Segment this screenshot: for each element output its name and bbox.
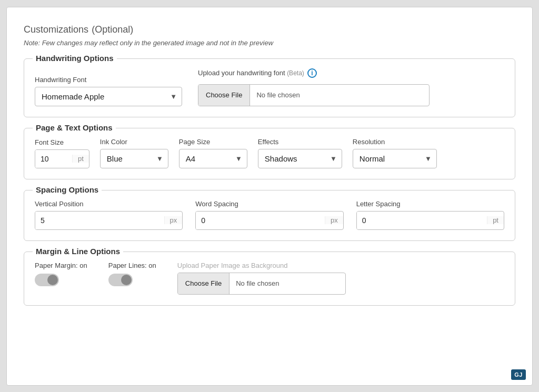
page-size-group: Page Size A4 A5 Letter Legal ▼ <box>179 138 247 168</box>
paper-lines-group: Paper Lines: on <box>108 262 156 286</box>
effects-label: Effects <box>258 138 342 146</box>
page-text-row: Font Size pt Ink Color Blue Black Red Gr… <box>35 138 504 168</box>
font-field-group: Handwriting Font Homemade Apple Dancing … <box>35 76 182 106</box>
word-spacing-unit: px <box>325 216 343 224</box>
page-text-section: Page & Text Options Font Size pt Ink Col… <box>24 128 515 179</box>
font-select[interactable]: Homemade Apple Dancing Script Pacifico C… <box>35 87 182 106</box>
effects-group: Effects None Shadows Blur Ink ▼ <box>258 138 342 168</box>
spacing-section-title: Spacing Options <box>33 185 102 194</box>
font-select-wrapper: Homemade Apple Dancing Script Pacifico C… <box>35 87 182 106</box>
margin-section-title: Margin & Line Options <box>33 247 123 256</box>
spacing-section: Spacing Options Vertical Position px Wor… <box>24 190 515 241</box>
font-size-group: Font Size pt <box>35 138 89 168</box>
page-size-select[interactable]: A4 A5 Letter Legal <box>179 149 247 168</box>
bottom-logo: GJ <box>511 369 526 380</box>
resolution-label: Resolution <box>353 138 437 146</box>
paper-lines-label: Paper Lines: on <box>108 262 156 269</box>
letter-spacing-unit: pt <box>487 216 504 224</box>
resolution-group: Resolution Low Normal High ▼ <box>353 138 437 168</box>
handwriting-section: Handwriting Options Handwriting Font Hom… <box>24 58 515 117</box>
vertical-position-label: Vertical Position <box>35 200 183 208</box>
margin-row: Paper Margin: on Paper Lines: on <box>35 262 504 295</box>
page-size-label: Page Size <box>179 138 247 146</box>
vertical-position-unit: px <box>164 216 183 224</box>
paper-margin-thumb <box>47 275 58 285</box>
ink-color-label: Ink Color <box>100 138 168 146</box>
word-spacing-input[interactable] <box>196 212 325 229</box>
info-icon[interactable]: i <box>307 68 317 78</box>
word-spacing-input-wrapper: px <box>195 211 343 230</box>
resolution-select[interactable]: Low Normal High <box>353 149 437 168</box>
paper-lines-toggle[interactable] <box>108 274 133 286</box>
upload-bg-no-file: No file chosen <box>229 279 285 287</box>
upload-label-row: Upload your handwriting font (Beta) i <box>198 68 430 78</box>
upload-font-label: Upload your handwriting font (Beta) <box>198 69 304 77</box>
paper-lines-thumb <box>121 275 132 285</box>
upload-font-no-file: No file chosen <box>250 91 306 99</box>
vertical-position-group: Vertical Position px <box>35 200 183 230</box>
handwriting-section-title: Handwriting Options <box>33 54 117 63</box>
letter-spacing-input[interactable] <box>357 212 487 229</box>
effects-select[interactable]: None Shadows Blur Ink <box>258 149 342 168</box>
font-size-unit: pt <box>72 155 89 163</box>
page-title: Customizations (Optional) <box>24 22 515 36</box>
page-size-select-wrapper: A4 A5 Letter Legal ▼ <box>179 149 247 168</box>
paper-margin-label: Paper Margin: on <box>35 262 87 269</box>
font-size-label: Font Size <box>35 138 89 146</box>
margin-section: Margin & Line Options Paper Margin: on P… <box>24 252 515 306</box>
spacing-row: Vertical Position px Word Spacing px Let… <box>35 200 504 230</box>
main-window: Customizations (Optional) Note: Few chan… <box>6 7 533 386</box>
ink-color-select[interactable]: Blue Black Red Green <box>100 149 168 168</box>
upload-bg-group: Upload Paper Image as Background Choose … <box>177 262 346 295</box>
upload-bg-choose-btn[interactable]: Choose File <box>178 273 229 294</box>
upload-bg-label: Upload Paper Image as Background <box>177 262 346 269</box>
note-text: Note: Few changes may reflect only in th… <box>24 39 515 47</box>
word-spacing-label: Word Spacing <box>195 200 343 208</box>
letter-spacing-label: Letter Spacing <box>356 200 504 208</box>
upload-font-group: Upload your handwriting font (Beta) i Ch… <box>198 68 430 106</box>
ink-color-select-wrapper: Blue Black Red Green ▼ <box>100 149 168 168</box>
letter-spacing-input-wrapper: pt <box>356 211 504 230</box>
upload-font-choose-btn[interactable]: Choose File <box>198 85 250 106</box>
handwriting-row: Handwriting Font Homemade Apple Dancing … <box>35 68 504 106</box>
effects-select-wrapper: None Shadows Blur Ink ▼ <box>258 149 342 168</box>
page-text-section-title: Page & Text Options <box>33 123 116 132</box>
font-label: Handwriting Font <box>35 76 182 84</box>
word-spacing-group: Word Spacing px <box>195 200 343 230</box>
paper-margin-toggle[interactable] <box>35 274 59 286</box>
font-size-input[interactable] <box>35 150 72 168</box>
font-size-input-wrapper: pt <box>35 149 89 168</box>
vertical-position-input-wrapper: px <box>35 211 183 230</box>
letter-spacing-group: Letter Spacing pt <box>356 200 504 230</box>
upload-font-file-input[interactable]: Choose File No file chosen <box>198 84 430 106</box>
vertical-position-input[interactable] <box>35 212 164 229</box>
upload-bg-file-input[interactable]: Choose File No file chosen <box>177 273 346 295</box>
ink-color-group: Ink Color Blue Black Red Green ▼ <box>100 138 168 168</box>
resolution-select-wrapper: Low Normal High ▼ <box>353 149 437 168</box>
paper-margin-group: Paper Margin: on <box>35 262 87 286</box>
